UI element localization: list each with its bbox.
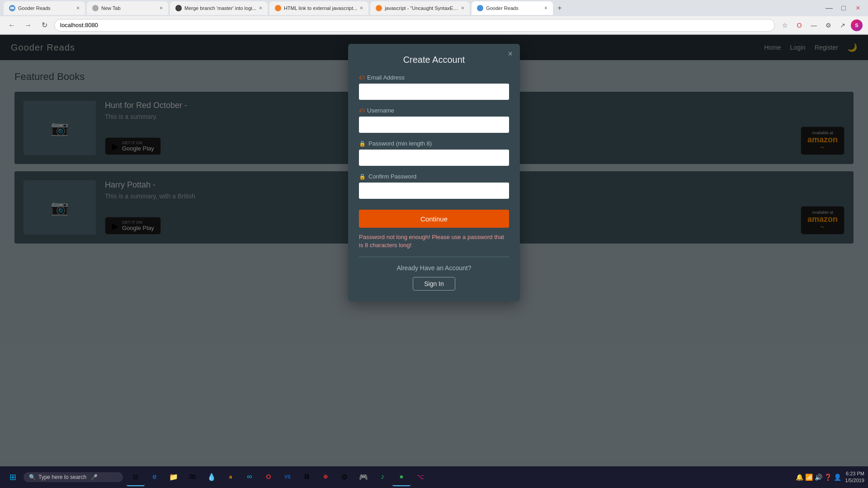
tab-1-title: Gooder Reads	[18, 5, 74, 11]
notification-icon[interactable]: 🔔	[796, 474, 803, 481]
confirm-password-input[interactable]	[359, 183, 509, 199]
tab-2[interactable]: New Tab ×	[87, 1, 168, 15]
password-form-group: 🔒 Password (min length 8)	[359, 140, 509, 166]
error-message: Password not long enough! Please use a p…	[359, 233, 509, 249]
tab-5[interactable]: javascript - "Uncaught SyntaxErr... ×	[370, 1, 470, 15]
tab-3-close[interactable]: ×	[259, 5, 262, 11]
username-input[interactable]	[359, 117, 509, 133]
password-input[interactable]	[359, 150, 509, 166]
tab-5-title: javascript - "Uncaught SyntaxErr...	[385, 5, 458, 11]
arrow-icon[interactable]: ↗	[836, 19, 849, 32]
taskbar-right: 🔔 📶 🔊 ❓ 👤 6:23 PM 1/5/2019	[796, 470, 864, 484]
tab-1[interactable]: 📖 Gooder Reads ×	[4, 1, 85, 15]
taskbar-gaming[interactable]: 🎮	[354, 468, 373, 486]
taskbar-sys-icons: 🔔 📶 🔊 ❓ 👤	[796, 474, 841, 481]
tab-6[interactable]: Gooder Reads ×	[472, 1, 553, 15]
minimize-button[interactable]: —	[823, 2, 835, 14]
taskbar-settings[interactable]: ⚙	[335, 468, 354, 486]
start-button[interactable]: ⊞	[4, 468, 22, 486]
tab-2-close[interactable]: ×	[160, 5, 163, 11]
taskbar-chrome[interactable]: ●	[392, 468, 410, 486]
taskbar-store[interactable]: 🛍	[184, 468, 202, 486]
username-form-group: 🏷 Username	[359, 107, 509, 133]
browser-toolbar: ← → ↻ ☆ O — ⚙ ↗ S	[0, 16, 868, 34]
microphone-icon: 🎤	[91, 474, 98, 480]
bookmark-button[interactable]: ☆	[778, 19, 791, 32]
tab-6-title: Gooder Reads	[486, 5, 542, 11]
taskbar-file-explorer[interactable]: 📁	[165, 468, 183, 486]
tab-1-close[interactable]: ×	[76, 5, 80, 11]
taskbar-spotify[interactable]: ♪	[373, 468, 392, 486]
taskbar-opera[interactable]: O	[259, 468, 278, 486]
username-label: 🏷 Username	[359, 107, 509, 114]
tab-4-close[interactable]: ×	[360, 5, 363, 11]
address-bar[interactable]	[54, 19, 775, 32]
app-container: Gooder Reads Home Login Register 🌙 Featu…	[0, 35, 868, 467]
opera-icon[interactable]: O	[793, 19, 806, 32]
confirm-password-label: 🔒 Confirm Password	[359, 173, 509, 180]
modal-close-button[interactable]: ×	[508, 49, 513, 59]
tab-3-title: Merge branch 'master' into logi...	[184, 5, 256, 11]
taskbar-opera2[interactable]: ⊕	[316, 468, 335, 486]
email-label: 🏷 Email Address	[359, 74, 509, 81]
taskbar-task-view[interactable]: ⊟	[127, 468, 145, 486]
profile-avatar[interactable]: S	[851, 19, 863, 31]
taskbar-apps: ⊟ e 📁 🛍 💧 a ∞ O VS 🖥 ⊕ ⚙ 🎮 ♪ ● ⌥	[127, 468, 429, 486]
forward-button[interactable]: →	[22, 19, 34, 32]
modal-header: Create Account	[359, 55, 509, 65]
taskbar-search[interactable]: 🔍 Type here to search 🎤	[24, 472, 123, 482]
modal-overlay: Create Account × 🏷 Email Address 🏷 Usern…	[0, 35, 868, 467]
confirm-password-form-group: 🔒 Confirm Password	[359, 173, 509, 199]
puzzle-icon[interactable]: ⚙	[822, 19, 835, 32]
browser-titlebar: 📖 Gooder Reads × New Tab × ⚫ Merge branc…	[0, 0, 868, 16]
taskbar-vscode[interactable]: VS	[278, 468, 297, 486]
modal-title: Create Account	[359, 55, 509, 65]
taskbar-edge[interactable]: e	[146, 468, 164, 486]
volume-icon[interactable]: 🔊	[815, 474, 822, 481]
toolbar-icons: ☆ O — ⚙ ↗ S	[778, 19, 863, 32]
help-icon[interactable]: ❓	[824, 474, 832, 481]
taskbar-time[interactable]: 6:23 PM 1/5/2019	[845, 470, 864, 484]
close-window-button[interactable]: ×	[852, 2, 864, 14]
taskbar-amazon[interactable]: a	[222, 468, 240, 486]
tab-5-close[interactable]: ×	[461, 5, 464, 11]
taskbar-infinity[interactable]: ∞	[241, 468, 259, 486]
taskbar: ⊞ 🔍 Type here to search 🎤 ⊟ e 📁 🛍 💧 a ∞ …	[0, 466, 868, 488]
create-account-modal: Create Account × 🏷 Email Address 🏷 Usern…	[348, 44, 520, 301]
username-tag-icon: 🏷	[359, 108, 364, 114]
taskbar-git[interactable]: ⌥	[411, 468, 429, 486]
new-tab-button[interactable]: +	[555, 1, 564, 15]
windows-logo-icon: ⊞	[9, 472, 16, 482]
taskbar-search-icon: 🔍	[29, 474, 36, 480]
back-button[interactable]: ←	[5, 19, 18, 32]
tab-2-title: New Tab	[101, 5, 157, 11]
tab-4-title: HTML link to external javascript...	[284, 5, 357, 11]
tab-4[interactable]: HTML link to external javascript... ×	[269, 1, 368, 15]
maximize-button[interactable]: □	[837, 2, 850, 14]
browser-chrome: 📖 Gooder Reads × New Tab × ⚫ Merge branc…	[0, 0, 868, 35]
password-label: 🔒 Password (min length 8)	[359, 140, 509, 147]
already-account-text: Already Have an Account?	[359, 264, 509, 272]
network-icon[interactable]: 📶	[805, 474, 813, 481]
email-form-group: 🏷 Email Address	[359, 74, 509, 100]
continue-button[interactable]: Continue	[359, 210, 509, 228]
modal-divider	[359, 257, 509, 257]
password-lock-icon: 🔒	[359, 141, 366, 147]
refresh-button[interactable]: ↻	[38, 19, 51, 32]
taskbar-dropbox[interactable]: 💧	[203, 468, 221, 486]
confirm-password-lock-icon: 🔒	[359, 174, 366, 180]
email-input[interactable]	[359, 84, 509, 100]
tab-3[interactable]: ⚫ Merge branch 'master' into logi... ×	[170, 1, 268, 15]
email-tag-icon: 🏷	[359, 75, 364, 81]
sign-in-button[interactable]: Sign In	[413, 277, 455, 291]
person-icon[interactable]: 👤	[834, 474, 841, 481]
taskbar-app9[interactable]: 🖥	[297, 468, 316, 486]
tab-6-close[interactable]: ×	[544, 5, 547, 11]
taskbar-search-placeholder: Type here to search	[38, 474, 86, 480]
dash-icon[interactable]: —	[807, 19, 820, 32]
